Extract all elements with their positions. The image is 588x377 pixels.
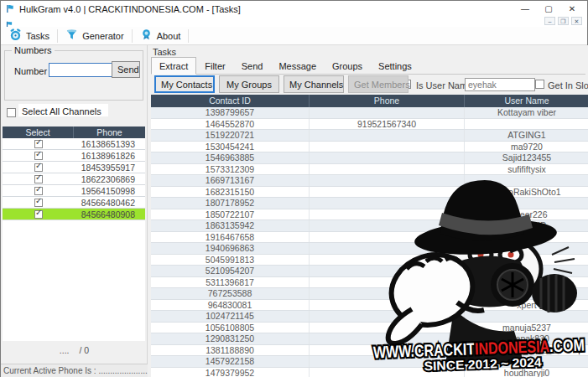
phone-list-header: Select Phone (3, 127, 145, 138)
contact-phone-cell (310, 187, 465, 198)
contact-username-cell (465, 356, 588, 367)
toolbar-item-generator[interactable]: Generator (60, 27, 130, 44)
tab-message[interactable]: Message (271, 59, 324, 74)
maximize-button[interactable]: ▢ (537, 1, 560, 17)
contact-row[interactable]: 767253588 (151, 288, 588, 300)
contact-row[interactable]: 1546963885Sajid123455 (151, 152, 588, 164)
contact-id-cell: 1464552870 (151, 119, 310, 130)
contact-phone-cell (310, 130, 465, 141)
my-channels-button[interactable]: My Channels (284, 75, 344, 93)
phone-row-checkbox[interactable] (34, 163, 43, 172)
tab-settings[interactable]: Settings (371, 59, 419, 74)
phone-row-checkbox[interactable] (34, 152, 43, 160)
username-input[interactable] (465, 78, 535, 91)
phone-row[interactable]: 84566480462 (3, 197, 145, 209)
contact-phone-cell (310, 164, 465, 175)
contact-row[interactable]: 1940696863 (151, 243, 588, 255)
contact-id-cell: 1381188890 (151, 345, 310, 356)
mdi-close-button[interactable]: ✕ (571, 17, 582, 25)
my-groups-button[interactable]: My Groups (219, 75, 279, 93)
phone-row[interactable]: 84566480908 (3, 209, 145, 220)
phone-row-checkbox[interactable] (34, 199, 43, 207)
tasks-icon (9, 28, 22, 43)
phone-row-checkbox[interactable] (34, 187, 43, 195)
contact-id-cell: 1290831250 (151, 333, 310, 344)
my-contacts-button[interactable]: My Contacts (154, 75, 215, 93)
toolbar-item-tasks[interactable]: Tasks (3, 27, 55, 44)
contact-row[interactable]: 1850722107ekveer226 (151, 209, 588, 221)
tab-filter[interactable]: Filter (197, 59, 232, 74)
contacts-table-header: Contact ID Phone User Name (151, 95, 588, 107)
contact-row[interactable]: 1807178952 (151, 198, 588, 209)
minimize-button[interactable]: — (513, 1, 537, 17)
contact-id-cell: 1916467658 (151, 232, 310, 243)
contact-row[interactable]: 1457922158 (151, 356, 588, 368)
phone-row-checkbox[interactable] (34, 175, 43, 183)
slow-mode-checkbox[interactable] (535, 80, 544, 89)
phone-row[interactable]: 18453955917 (3, 162, 145, 173)
tab-groups[interactable]: Groups (325, 59, 370, 74)
contact-row[interactable]: 5210954207 (151, 266, 588, 277)
contact-username-cell (465, 288, 588, 299)
select-all-checkbox[interactable] (7, 108, 16, 117)
contact-row[interactable]: 1669713167 (151, 175, 588, 187)
toolbar-item-about[interactable]: About (134, 27, 187, 44)
phone-row[interactable]: 18622306869 (3, 173, 145, 185)
contact-username-cell: ma9720 (465, 142, 588, 152)
contact-id-cell: 5311396817 (151, 277, 310, 288)
phone-row-select-cell (3, 140, 74, 148)
tab-extract[interactable]: Extract (151, 57, 196, 75)
contact-id-cell: 5210954207 (151, 266, 310, 276)
contact-id-cell: 1940696863 (151, 243, 310, 254)
contact-username-cell (465, 255, 588, 266)
numbers-panel: Numbers Number Send Select All Channels … (1, 45, 148, 377)
contact-row[interactable]: 1056108805manuja5237 (151, 323, 588, 334)
contact-row[interactable]: 5045991813 (151, 255, 588, 266)
close-button[interactable]: ✕ (560, 1, 584, 17)
contact-row[interactable]: 1573312309sufififtysix (151, 164, 588, 176)
contact-username-cell: KSANDIP (465, 220, 588, 231)
phone-row-checkbox[interactable] (34, 210, 43, 219)
phone-row[interactable]: 16138961826 (3, 150, 145, 162)
number-input[interactable] (49, 63, 112, 77)
contact-row[interactable]: 1381188890morning_star2819 (151, 345, 588, 357)
contact-phone-cell (310, 209, 465, 220)
contact-username-cell (465, 175, 588, 186)
phone-row[interactable]: 19564150998 (3, 185, 145, 197)
app-window: HulkGram v4.0 | CRACKITINDONESIA.COM - [… (0, 0, 588, 377)
phone-row-number: 84566480462 (74, 198, 145, 208)
phone-list: Select Phone 161386513931613896182618453… (3, 127, 145, 341)
phone-row-select-cell (3, 163, 74, 172)
contact-row[interactable]: 1530454241ma9720 (151, 142, 588, 153)
contact-username-cell (465, 243, 588, 254)
contact-row[interactable]: 1024721145 (151, 311, 588, 323)
contact-row[interactable]: 1464552870919521567340 (151, 119, 588, 131)
contact-row[interactable]: 1290831250Deepak830 (151, 333, 588, 345)
contact-username-cell (465, 277, 588, 288)
mdi-minimize-button[interactable]: ‒ (544, 17, 555, 25)
phone-row-select-cell (3, 210, 74, 219)
contact-username-cell: houdharyji0 (465, 368, 588, 377)
contact-phone-cell (310, 243, 465, 254)
contact-row[interactable]: 1519220721ATGING1 (151, 130, 588, 142)
phone-row-number: 16138961826 (74, 151, 145, 161)
contact-phone-cell (310, 288, 465, 299)
phone-row-number: 84566480908 (74, 209, 145, 219)
contact-row[interactable]: 1916467658 (151, 232, 588, 244)
contact-id-cell: 1398799657 (151, 107, 310, 118)
about-icon (140, 28, 153, 43)
contact-username-cell (465, 232, 588, 243)
mdi-restore-button[interactable]: ❐ (558, 17, 569, 25)
contact-row[interactable]: 5311396817 (151, 277, 588, 289)
contact-row[interactable]: 1398799657Kottayam viber (151, 107, 588, 119)
tab-send[interactable]: Send (234, 59, 271, 74)
window-title: HulkGram v4.0 | CRACKITINDONESIA.COM - [… (19, 4, 241, 14)
contact-row[interactable]: 1682315150ToDoRakiShOto1 (151, 187, 588, 199)
phone-row[interactable]: 16138651393 (3, 138, 145, 150)
contact-row[interactable]: 1479379952houdharyji0 (151, 368, 588, 377)
contact-row[interactable]: 964830081xpert (151, 300, 588, 312)
send-button[interactable]: Send (112, 61, 140, 78)
phone-row-checkbox[interactable] (34, 140, 43, 148)
contact-row[interactable]: 1863135942KSANDIP (151, 220, 588, 232)
header-contact-id: Contact ID (151, 95, 310, 107)
